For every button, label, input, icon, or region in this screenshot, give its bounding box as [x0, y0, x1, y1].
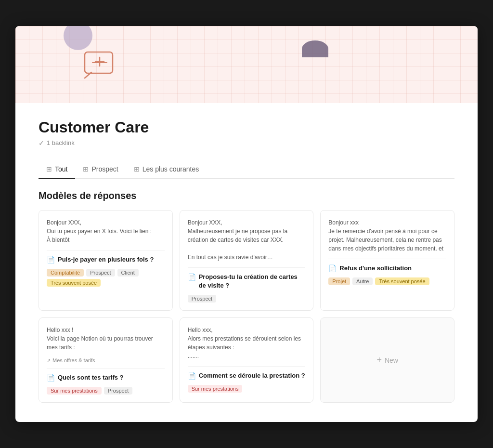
card-1-title: Puis-je payer en plusieurs fois ? [58, 255, 154, 264]
card-1-title-row: 📄 Puis-je payer en plusieurs fois ? [47, 255, 165, 264]
card-1-doc-icon: 📄 [47, 256, 55, 264]
section-title: Modèles de réponses [39, 190, 454, 201]
card-5-title-row: 📄 Comment se déroule la prestation ? [188, 371, 306, 380]
card-5-title: Comment se déroule la prestation ? [199, 371, 305, 380]
main-content: Customer Care ✓ 1 backlink ⊞ Tout ⊞ Pros… [15, 103, 478, 422]
card-1-preview: Bonjour XXX,Oui tu peux payer en X fois.… [47, 218, 165, 244]
card-1-tags: Comptabilité Prospect Client Très souven… [47, 269, 165, 287]
tab-les-plus-courantes-icon: ⊞ [134, 165, 140, 173]
card-4-link-icon: ↗ [47, 358, 51, 363]
tab-prospect[interactable]: ⊞ Prospect [75, 160, 126, 179]
tab-les-plus-courantes[interactable]: ⊞ Les plus courantes [126, 160, 207, 179]
cards-grid: Bonjour XXX,Oui tu peux payer en X fois.… [39, 210, 454, 403]
new-card-button[interactable]: + New [320, 317, 454, 403]
card-2-doc-icon: 📄 [188, 273, 196, 281]
backlink-row[interactable]: ✓ 1 backlink [39, 139, 454, 147]
backlink-icon: ✓ [39, 139, 44, 147]
card-3-tags: Projet Autre Très souvent posée [328, 277, 446, 285]
page-container: Customer Care ✓ 1 backlink ⊞ Tout ⊞ Pros… [15, 26, 478, 422]
card-2-tags: Prospect [188, 295, 306, 303]
card-2-tag-0: Prospect [188, 295, 216, 303]
card-3[interactable]: Bonjour xxxJe te remercie d'avoir pensé … [320, 210, 454, 311]
card-2-divider [188, 267, 306, 268]
card-5[interactable]: Hello xxx,Alors mes prestations se dérou… [180, 317, 314, 403]
card-1-tag-2: Client [117, 269, 139, 277]
card-4-tag-1: Prospect [104, 387, 132, 395]
card-4-divider [47, 368, 165, 369]
tab-prospect-icon: ⊞ [83, 165, 89, 173]
new-card-label: New [385, 356, 398, 364]
card-5-tags: Sur mes prestations [188, 385, 306, 393]
card-4-title: Quels sont tes tarifs ? [58, 373, 124, 382]
card-1[interactable]: Bonjour XXX,Oui tu peux payer en X fois.… [39, 210, 173, 311]
new-card-plus-icon: + [376, 355, 382, 365]
card-4[interactable]: Hello xxx !Voici la page Notion où tu po… [39, 317, 173, 403]
card-3-title-row: 📄 Refus d'une sollicitation [328, 264, 446, 273]
card-4-doc-icon: 📄 [47, 374, 55, 382]
card-1-divider [47, 250, 165, 250]
card-4-title-row: 📄 Quels sont tes tarifs ? [47, 373, 165, 382]
card-4-tags: Sur mes prestations Prospect [47, 387, 165, 395]
card-2-title: Proposes-tu la création de cartes de vis… [199, 273, 306, 290]
card-3-divider [328, 259, 446, 259]
tab-tout[interactable]: ⊞ Tout [39, 160, 75, 179]
card-2[interactable]: Bonjour XXX,Malheureusement je ne propos… [180, 210, 314, 311]
card-4-link-ref: ↗ Mes offres & tarifs [47, 357, 165, 363]
card-3-tag-0: Projet [328, 277, 350, 285]
card-1-tag-1: Prospect [86, 269, 115, 277]
page-title: Customer Care [39, 119, 454, 136]
card-4-link-text: Mes offres & tarifs [52, 357, 95, 363]
card-4-tag-0: Sur mes prestations [47, 387, 102, 395]
backlink-label: 1 backlink [47, 139, 75, 146]
card-2-title-row: 📄 Proposes-tu la création de cartes de v… [188, 273, 306, 290]
card-1-tag-0: Comptabilité [47, 269, 84, 277]
card-2-preview: Bonjour XXX,Malheureusement je ne propos… [188, 218, 306, 262]
card-5-preview: Hello xxx,Alors mes prestations se dérou… [188, 326, 306, 360]
card-5-tag-0: Sur mes prestations [188, 385, 243, 393]
card-1-tag-3: Très souvent posée [47, 279, 101, 287]
hero-blob-dark [302, 40, 328, 57]
card-5-divider [188, 366, 306, 367]
tabs-bar: ⊞ Tout ⊞ Prospect ⊞ Les plus courantes [39, 160, 454, 179]
hero-banner [15, 26, 478, 103]
card-3-tag-1: Autre [352, 277, 373, 285]
card-3-doc-icon: 📄 [328, 264, 337, 272]
card-3-title: Refus d'une sollicitation [339, 264, 412, 273]
card-3-tag-2: Très souvent posée [375, 277, 429, 285]
card-4-preview: Hello xxx !Voici la page Notion où tu po… [47, 326, 165, 352]
tab-tout-icon: ⊞ [46, 165, 52, 173]
card-5-doc-icon: 📄 [188, 372, 196, 380]
card-3-preview: Bonjour xxxJe te remercie d'avoir pensé … [328, 218, 446, 253]
hero-chat-icon [83, 50, 117, 81]
